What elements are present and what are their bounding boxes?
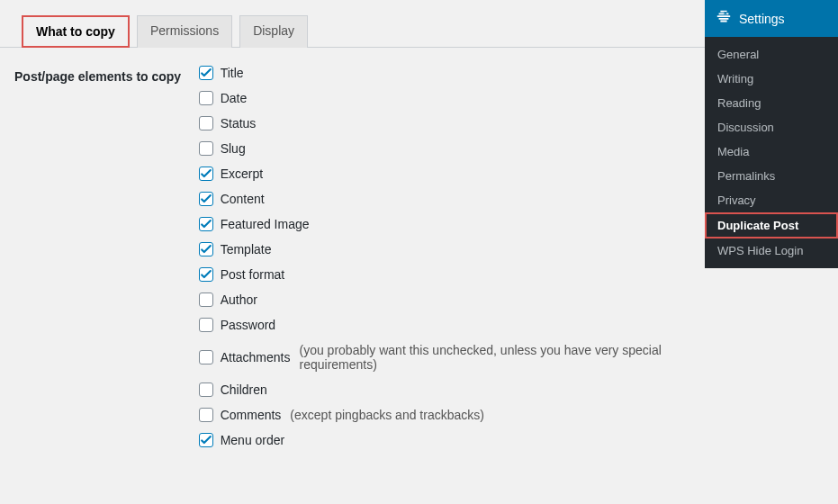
checkbox-hint: (you probably want this unchecked, unles…: [300, 343, 706, 372]
checkbox-label[interactable]: Status: [221, 116, 257, 130]
sidebar-item-privacy[interactable]: Privacy: [705, 188, 838, 212]
sidebar-header[interactable]: Settings: [705, 0, 838, 37]
checkbox-item-comments: Comments(except pingbacks and trackbacks…: [199, 408, 705, 422]
settings-icon: [716, 9, 732, 28]
checkbox-item-attachments: Attachments(you probably want this unche…: [199, 343, 705, 372]
sidebar-title: Settings: [739, 12, 785, 26]
sidebar-item-reading[interactable]: Reading: [705, 91, 838, 115]
sidebar-item-media[interactable]: Media: [705, 140, 838, 164]
checkbox-label[interactable]: Author: [221, 292, 257, 307]
checkbox-label[interactable]: Title: [221, 66, 244, 80]
main-content: What to copyPermissionsDisplay Post/page…: [0, 0, 705, 447]
tab-permissions[interactable]: Permissions: [137, 15, 232, 48]
checkbox-label[interactable]: Children: [221, 382, 267, 397]
sidebar-item-duplicate-post[interactable]: Duplicate Post: [705, 212, 838, 238]
checkbox-status[interactable]: [199, 116, 213, 130]
checkbox-label[interactable]: Password: [221, 318, 275, 332]
checkbox-label[interactable]: Template: [221, 242, 272, 256]
checkbox-excerpt[interactable]: [199, 166, 213, 181]
checkbox-item-status: Status: [199, 116, 705, 130]
checkbox-template[interactable]: [199, 242, 213, 256]
checkbox-content[interactable]: [199, 192, 213, 206]
checkbox-password[interactable]: [199, 318, 213, 332]
checkbox-label[interactable]: Slug: [221, 141, 246, 156]
checkbox-item-slug: Slug: [199, 141, 705, 156]
checkbox-menu-order[interactable]: [199, 433, 213, 447]
sidebar-item-permalinks[interactable]: Permalinks: [705, 164, 838, 188]
checkbox-item-author: Author: [199, 292, 705, 307]
checkbox-label[interactable]: Excerpt: [221, 166, 263, 181]
checkbox-hint: (except pingbacks and trackbacks): [290, 408, 484, 422]
checkbox-featured-image[interactable]: [199, 217, 213, 231]
checkbox-author[interactable]: [199, 292, 213, 307]
sidebar-item-wps-hide-login[interactable]: WPS Hide Login: [705, 238, 838, 263]
checkbox-post-format[interactable]: [199, 267, 213, 282]
checkbox-item-password: Password: [199, 318, 705, 332]
sidebar-list: GeneralWritingReadingDiscussionMediaPerm…: [705, 37, 838, 268]
checkbox-comments[interactable]: [199, 408, 213, 422]
checkbox-title[interactable]: [199, 66, 213, 80]
checkbox-item-template: Template: [199, 242, 705, 256]
sidebar-item-discussion[interactable]: Discussion: [705, 115, 838, 140]
tab-what-to-copy[interactable]: What to copy: [22, 15, 130, 48]
checkbox-label[interactable]: Comments: [221, 408, 282, 422]
sidebar-item-general[interactable]: General: [705, 42, 838, 67]
checkbox-item-date: Date: [199, 91, 705, 105]
form-row: Post/page elements to copy TitleDateStat…: [0, 48, 705, 447]
section-label: Post/page elements to copy: [14, 66, 199, 447]
checkbox-item-featured-image: Featured Image: [199, 217, 705, 231]
checkbox-item-title: Title: [199, 66, 705, 80]
checkbox-attachments[interactable]: [199, 350, 213, 364]
tab-display[interactable]: Display: [239, 15, 308, 48]
checkbox-item-menu-order: Menu order: [199, 433, 705, 447]
tabs: What to copyPermissionsDisplay: [0, 0, 705, 48]
checkbox-item-children: Children: [199, 382, 705, 397]
sidebar: Settings GeneralWritingReadingDiscussion…: [705, 0, 838, 268]
checkbox-item-post-format: Post format: [199, 267, 705, 282]
checkbox-item-excerpt: Excerpt: [199, 166, 705, 181]
checkbox-list: TitleDateStatusSlugExcerptContentFeature…: [199, 66, 705, 447]
checkbox-label[interactable]: Post format: [221, 267, 285, 282]
checkbox-children[interactable]: [199, 382, 213, 397]
checkbox-label[interactable]: Attachments: [221, 350, 291, 364]
sidebar-item-writing[interactable]: Writing: [705, 67, 838, 91]
checkbox-label[interactable]: Menu order: [221, 433, 285, 447]
checkbox-label[interactable]: Content: [221, 192, 265, 206]
checkbox-item-content: Content: [199, 192, 705, 206]
checkbox-date[interactable]: [199, 91, 213, 105]
checkbox-label[interactable]: Featured Image: [221, 217, 310, 231]
checkbox-slug[interactable]: [199, 141, 213, 156]
checkbox-label[interactable]: Date: [221, 91, 248, 105]
